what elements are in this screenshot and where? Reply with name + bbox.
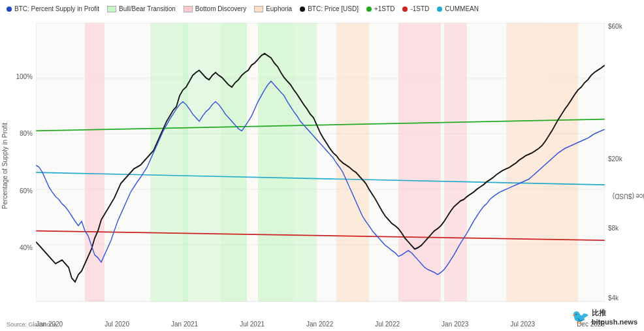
legend-label-btc-supply: BTC: Percent Supply in Profit <box>14 5 99 12</box>
watermark-label: 比推bitpush.news <box>592 308 637 326</box>
legend-dot-btc-supply <box>7 7 12 12</box>
legend-dot-cummean <box>437 7 442 12</box>
svg-rect-13 <box>545 23 578 302</box>
svg-rect-11 <box>294 23 317 302</box>
x-label-jul2023: Jul 2023 <box>510 321 535 328</box>
chart-legend: BTC: Percent Supply in Profit Bull/Bear … <box>7 5 479 12</box>
legend-label-btc-price: BTC: Price [USD] <box>308 5 359 12</box>
chart-svg <box>36 23 605 302</box>
legend-dot-minus1std <box>402 7 408 12</box>
chart-source: Source: Glassnode <box>7 321 57 328</box>
legend-label-euphoria: Euphoria <box>266 5 292 12</box>
x-label-jan2023: Jan 2023 <box>442 321 468 328</box>
y-left-80: 80% <box>20 130 33 137</box>
chart-container: BTC: Percent Supply in Profit Bull/Bear … <box>0 0 644 331</box>
watermark: 🐦 比推bitpush.news <box>572 308 637 326</box>
legend-rect-bull-bear <box>107 6 116 12</box>
legend-label-bull-bear: Bull/Bear Transition <box>119 5 176 12</box>
y-right-8k: $8k <box>608 225 619 232</box>
legend-btc-supply: BTC: Percent Supply in Profit <box>7 5 99 12</box>
legend-minus1std: -1STD <box>402 5 429 12</box>
legend-rect-bottom-discovery <box>184 6 193 12</box>
y-left-40: 40% <box>20 244 33 251</box>
legend-label-cummean: CUMMEAN <box>445 5 479 12</box>
legend-euphoria: Euphoria <box>254 5 292 12</box>
svg-rect-9 <box>221 23 247 302</box>
x-label-jul2020: Jul 2020 <box>105 321 129 328</box>
y-axis-right: $60k $20k $8k $4k <box>605 23 644 302</box>
y-left-100: 100% <box>16 73 33 80</box>
svg-rect-7 <box>183 23 188 302</box>
legend-bottom-discovery: Bottom Discovery <box>184 5 246 12</box>
legend-dot-btc-price <box>300 7 305 12</box>
x-axis: Jan 2020 Jul 2020 Jan 2021 Jul 2021 Jan … <box>36 321 605 328</box>
legend-label-bottom-discovery: Bottom Discovery <box>195 5 246 12</box>
y-left-60: 60% <box>20 187 33 195</box>
legend-rect-euphoria <box>254 6 263 12</box>
y-axis-left: 100% 80% 60% 40% <box>0 23 36 302</box>
y-right-4k: $4k <box>608 294 619 302</box>
y-right-20k2: $20k <box>608 155 622 163</box>
x-label-jan2022: Jan 2022 <box>306 321 333 328</box>
x-label-jul2021: Jul 2021 <box>240 321 265 328</box>
legend-dot-plus1std <box>366 7 372 12</box>
legend-label-plus1std: +1STD <box>374 5 394 12</box>
legend-cummean: CUMMEAN <box>437 5 479 12</box>
legend-bull-bear: Bull/Bear Transition <box>107 5 176 12</box>
legend-plus1std: +1STD <box>366 5 394 12</box>
legend-btc-price: BTC: Price [USD] <box>300 5 359 12</box>
x-label-jul2022: Jul 2022 <box>375 321 400 328</box>
svg-rect-12 <box>506 23 545 302</box>
svg-rect-16 <box>444 23 467 302</box>
legend-label-minus1std: -1STD <box>410 5 429 12</box>
svg-rect-6 <box>150 23 183 302</box>
svg-rect-15 <box>398 23 441 302</box>
x-label-jan2021: Jan 2021 <box>171 321 198 328</box>
svg-rect-14 <box>85 23 105 302</box>
y-right-60k: $60k <box>608 23 622 30</box>
y-axis-right-label: BTC Price ($USD) <box>613 192 644 199</box>
svg-rect-8 <box>188 23 221 302</box>
twitter-bird-icon: 🐦 <box>572 309 589 326</box>
